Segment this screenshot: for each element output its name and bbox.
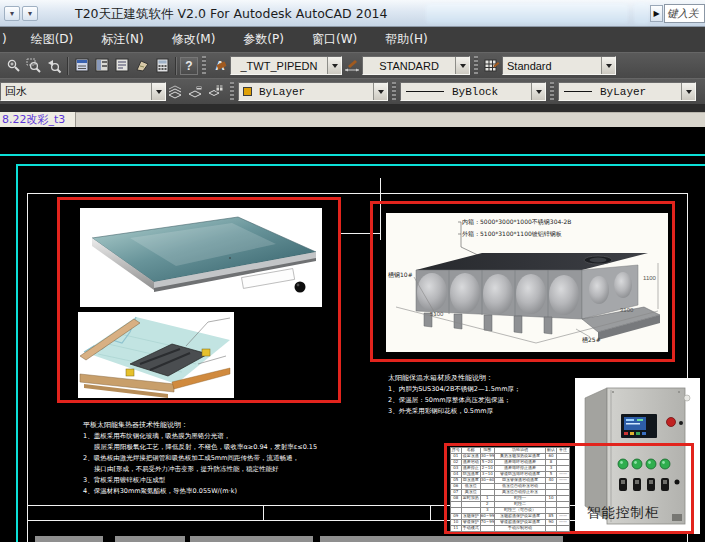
table-cell: 70~99 <box>480 520 494 526</box>
table-cell: 高水位自动停止补水 <box>495 490 546 496</box>
table-style-combo[interactable]: Standard <box>502 56 616 75</box>
table-cell: 回水温度 <box>461 478 480 484</box>
table-cell: 30~60 <box>480 478 494 484</box>
quick-access-dropdown2-icon[interactable]: ▾ <box>22 6 38 21</box>
frame-left-line <box>27 193 28 542</box>
layer-translate-icon[interactable] <box>206 82 226 102</box>
chevron-down-icon[interactable] <box>455 57 469 74</box>
table-cell: 防冻温度 <box>461 472 480 478</box>
zoom-previous-icon[interactable] <box>44 56 64 76</box>
tank-inner-annotation: 内箱：5000*3000*1000不锈钢304-2B <box>462 218 571 227</box>
tank-channel-bottom-label: 槽25# <box>582 336 601 345</box>
quickcalc-icon[interactable] <box>152 56 172 76</box>
table-cell: 低水位自动补水启动 <box>495 484 546 490</box>
chevron-down-icon[interactable] <box>151 83 165 100</box>
frame-top-line <box>27 193 687 194</box>
tank-spec-text: 太阳能保温水箱材质及性能说明： 1、内胆为SUS304/2B不锈钢2—1.5mm… <box>388 373 520 417</box>
table-cell <box>556 526 569 532</box>
color-combo[interactable]: ByLayer <box>238 82 388 101</box>
layer-states-icon[interactable] <box>186 82 206 102</box>
table-cell: 回水管保温启动温度 <box>495 478 546 484</box>
layer-combo[interactable]: 回水 <box>0 82 166 101</box>
color-swatch <box>243 87 252 96</box>
drawing-tab-bar <box>0 112 705 127</box>
dimension-style-icon[interactable] <box>342 56 362 76</box>
zoom-realtime-icon[interactable] <box>4 56 24 76</box>
table-cell: 30~99 <box>480 454 494 460</box>
quick-access-dropdown-icon[interactable]: ▾ <box>4 6 20 21</box>
table-cell <box>480 526 494 532</box>
tank-channel-left-label: 槽钢10# <box>388 271 413 280</box>
tank-dim-height: 1100 <box>643 275 656 281</box>
table-cell: 集热水箱加热设定温度 <box>495 454 546 460</box>
menu-bar: ) 绘图(D) 标注(N) 修改(M) 参数(P) 窗口(W) 帮助(H) <box>0 27 705 52</box>
table-cell: 水箱超温保护设定温度 <box>495 514 546 520</box>
cyan-line-top <box>0 154 705 156</box>
table-cell: 序号 <box>451 448 462 454</box>
window-title: T20天正建筑软件 V2.0 For Autodesk AutoCAD 2014 <box>75 6 388 23</box>
linetype-combo[interactable]: ByBlock <box>400 82 546 101</box>
table-cell: 手动控制启动 <box>495 526 546 532</box>
dimension-style-combo[interactable]: STANDARD <box>362 56 470 75</box>
chevron-down-icon[interactable] <box>601 57 615 74</box>
tank-dim-width: 5100 <box>430 311 443 317</box>
search-input[interactable] <box>664 4 705 23</box>
chevron-down-icon[interactable] <box>681 83 695 100</box>
tab-drawing-active[interactable]: 8.22改彩_t3 <box>0 112 76 127</box>
toolbar-lower-strip <box>0 104 705 112</box>
collector-spec-text: 平板太阳能集热器技术性能说明： 1、盖板采用布纹钢化玻璃，吸热膜为黑铬分光谱， … <box>83 420 317 497</box>
table-cell: 3~10 <box>480 472 494 478</box>
chevron-down-icon[interactable] <box>373 83 387 100</box>
text-style-icon[interactable]: A <box>210 56 230 76</box>
table-cell: 管道防冻循环启动温度 <box>495 472 546 478</box>
water-tank-image: 内箱：5000*3000*1000不锈钢304-2B 外箱：5100*3100*… <box>386 213 668 352</box>
roof-installation-section-image <box>78 312 234 398</box>
table-cell: 定时加热 <box>461 496 480 502</box>
infocenter-arrow-button[interactable]: ▶ <box>650 5 663 22</box>
table-cell: 水箱保护 <box>461 514 480 520</box>
properties-palette-icon[interactable] <box>72 56 92 76</box>
table-cell: 设定水温 <box>461 454 480 460</box>
linetype-sample <box>406 91 444 92</box>
model-space-canvas[interactable]: 内箱：5000*3000*1000不锈钢304-2B 外箱：5100*3100*… <box>0 127 705 542</box>
chevron-down-icon[interactable] <box>327 57 341 74</box>
table-cell <box>546 526 557 532</box>
parameter-table: 序号名称范围功能说明默认备注01设定水温30~99集热水箱加热设定温度6002温… <box>450 447 570 532</box>
menu-item-modify[interactable]: 修改(M) <box>158 27 230 52</box>
titleblock-cell <box>320 536 563 542</box>
table-cell: 手动模式 <box>461 526 480 532</box>
text-style-combo[interactable]: _TWT_PIPEDN <box>230 56 342 75</box>
tank-dim-depth: 3100 <box>620 307 633 313</box>
sheet-set-manager-icon[interactable] <box>112 56 132 76</box>
table-cell: 11 <box>451 526 462 532</box>
table-cell: 默认 <box>546 448 557 454</box>
autocad-window: ▾ ▾ T20天正建筑软件 V2.0 For Autodesk AutoCAD … <box>0 0 705 542</box>
tool-palettes-icon[interactable] <box>92 56 112 76</box>
help-button[interactable]: ? <box>180 57 198 75</box>
zoom-window-icon[interactable] <box>24 56 44 76</box>
table-cell: 管道保护 <box>461 520 480 526</box>
lineweight-combo[interactable]: ByLayer <box>558 82 696 101</box>
title-bar: ▾ ▾ T20天正建筑软件 V2.0 For Autodesk AutoCAD … <box>0 0 705 27</box>
titleblock-cell <box>115 536 185 542</box>
table-style-icon[interactable] <box>482 56 502 76</box>
lineweight-sample <box>564 91 592 92</box>
menu-item-window[interactable]: 窗口(W) <box>298 27 371 52</box>
markup-set-manager-icon[interactable] <box>132 56 152 76</box>
titlebar-blurred-icon <box>634 3 649 24</box>
chevron-down-icon[interactable] <box>531 83 545 100</box>
cyan-line-inner-horizontal <box>16 164 705 166</box>
menu-item-help[interactable]: 帮助(H) <box>371 27 441 52</box>
flat-plate-collector-image <box>80 208 322 307</box>
titlebar-blurred-area <box>426 4 628 23</box>
table-cell: 2~10 <box>480 466 494 472</box>
table-cell: 5~20 <box>480 460 494 466</box>
tank-outer-annotation: 外箱：5100*3100*1100镀铝锌钢板 <box>462 230 562 239</box>
titleblock-divider-1 <box>263 505 264 520</box>
menu-item-dimension[interactable]: 标注(N) <box>87 27 157 52</box>
menu-item-parameter[interactable]: 参数(P) <box>229 27 298 52</box>
menu-item-draw[interactable]: 绘图(D) <box>17 27 88 52</box>
titleblock-cell <box>35 536 103 542</box>
menu-item-partial[interactable]: ) <box>0 27 17 52</box>
layer-manager-icon[interactable] <box>166 82 186 102</box>
